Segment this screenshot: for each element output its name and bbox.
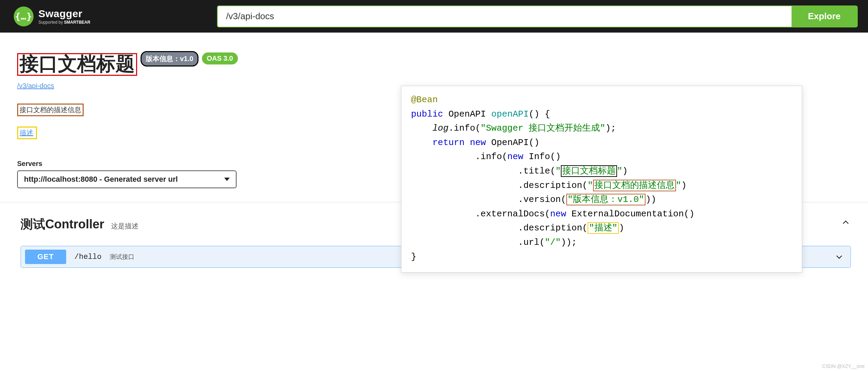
code-string: "	[617, 166, 623, 176]
code-keyword: return	[432, 137, 465, 148]
code-string-boxed: 接口文档标题	[562, 166, 616, 176]
http-method-badge: GET	[25, 250, 66, 264]
code-text: ExternalDocumentation()	[571, 209, 695, 219]
watermark: CSDN @XZY__one	[822, 363, 865, 369]
code-keyword: new	[507, 152, 523, 162]
server-select[interactable]: http://localhost:8080 - Generated server…	[17, 170, 237, 188]
tag-name: 测试Controller	[21, 216, 104, 233]
code-keyword: new	[470, 137, 486, 148]
code-text: .description(	[518, 223, 588, 233]
chevron-up-icon	[841, 217, 851, 228]
code-string: "	[555, 166, 561, 176]
operation-path: /hello	[74, 253, 101, 261]
code-fn: openAPI	[491, 109, 529, 119]
code-text: )	[681, 180, 687, 191]
code-text: .info(	[475, 152, 507, 162]
code-keyword: public	[411, 109, 443, 119]
chevron-down-icon	[834, 252, 844, 262]
code-string-boxed: "版本信息：v1.0"	[568, 194, 644, 205]
title-row: 接口文档标题 版本信息：v1.0 OAS 3.0	[17, 53, 851, 76]
code-var: log	[432, 123, 448, 133]
code-text: .title(	[518, 166, 555, 176]
code-text: .externalDocs(	[475, 209, 550, 219]
code-annotation: @Bean	[411, 95, 438, 105]
code-text: Info()	[529, 152, 561, 162]
chevron-down-icon	[224, 178, 230, 181]
code-string: "Swagger 接口文档开始生成"	[481, 123, 605, 133]
code-string-boxed: 接口文档的描述信息	[594, 180, 675, 191]
api-description: 接口文档的描述信息	[17, 104, 84, 116]
explore-button[interactable]: Explore	[792, 6, 857, 27]
code-string: "	[588, 180, 593, 191]
code-keyword: new	[550, 209, 566, 219]
external-docs-link[interactable]: 描述	[17, 127, 37, 139]
oas-badge: OAS 3.0	[202, 52, 238, 64]
brand-text: Swagger Supported by SMARTBEAR	[38, 9, 90, 24]
code-text: .description(	[518, 180, 588, 191]
code-string-boxed: "描述"	[589, 223, 617, 233]
code-type: OpenAPI	[448, 109, 486, 119]
code-text: .version(	[518, 194, 566, 205]
tag-description: 这是描述	[111, 222, 138, 231]
api-docs-link[interactable]: /v3/api-docs	[17, 82, 54, 90]
swagger-icon: {…}	[14, 7, 34, 26]
topbar: {…} Swagger Supported by SMARTBEAR Explo…	[0, 0, 868, 33]
code-text: )	[619, 223, 624, 233]
code-text: OpenAPI()	[491, 137, 539, 148]
brand-name: Swagger	[38, 9, 90, 19]
code-string: "	[676, 180, 682, 191]
code-text: ))	[646, 194, 656, 205]
explore-input[interactable]	[218, 6, 791, 27]
code-text: )	[623, 166, 628, 176]
explore-bar: Explore	[217, 5, 858, 27]
code-string: "/"	[545, 237, 561, 248]
api-title: 接口文档标题	[17, 53, 137, 76]
code-text: }	[411, 252, 417, 262]
code-text: .url(	[518, 237, 545, 248]
brand-sub: Supported by SMARTBEAR	[38, 20, 90, 24]
server-selected-value: http://localhost:8080 - Generated server…	[24, 175, 178, 184]
code-text: .info(	[448, 123, 481, 133]
version-badge: 版本信息：v1.0	[141, 51, 198, 67]
brand-logo: {…} Swagger Supported by SMARTBEAR	[14, 7, 90, 26]
code-text: () {	[529, 109, 550, 119]
code-text: ));	[561, 237, 577, 248]
code-panel: @Bean public OpenAPI openAPI() { log.inf…	[401, 86, 802, 273]
operation-summary: 测试接口	[110, 253, 134, 261]
code-text: );	[605, 123, 616, 133]
